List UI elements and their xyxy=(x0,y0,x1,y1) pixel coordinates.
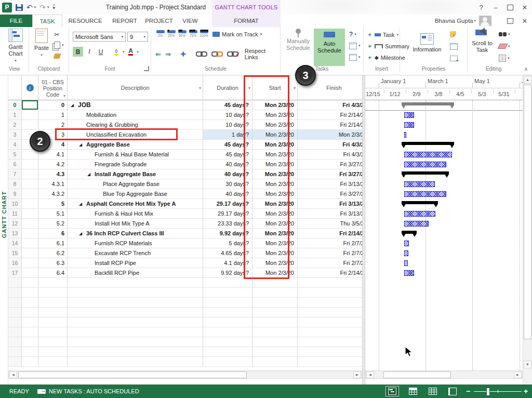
info-cell[interactable] xyxy=(22,248,38,258)
bold-button[interactable]: B xyxy=(73,47,83,57)
finish-cell[interactable] xyxy=(298,337,370,347)
add-to-timeline-button[interactable] xyxy=(450,54,458,62)
description-cell[interactable] xyxy=(68,327,203,337)
gantt-task-bar[interactable] xyxy=(404,112,414,118)
code-cell[interactable]: 6.2 xyxy=(38,248,68,258)
description-cell[interactable]: Backfill RCP Pipe xyxy=(68,268,203,278)
code-cell[interactable] xyxy=(38,288,68,298)
percent-complete-button[interactable]: 0% xyxy=(155,30,165,37)
empty-table-row[interactable] xyxy=(8,347,362,357)
code-cell[interactable]: 6.4 xyxy=(38,268,68,278)
row-number-cell[interactable]: 16 xyxy=(8,258,22,268)
description-cell[interactable]: ◢JOB xyxy=(68,100,203,110)
details-button[interactable] xyxy=(450,42,458,50)
gantt-view-shortcut[interactable] xyxy=(385,386,399,396)
gantt-task-bar[interactable] xyxy=(404,191,446,197)
row-number-cell[interactable]: 6 xyxy=(8,160,22,169)
start-cell[interactable] xyxy=(252,357,298,367)
code-cell[interactable] xyxy=(38,357,68,367)
paste-button[interactable]: Paste▾ xyxy=(32,29,51,58)
info-cell[interactable] xyxy=(22,160,38,169)
expand-collapse-icon[interactable]: ◢ xyxy=(79,142,82,147)
finish-cell[interactable] xyxy=(298,298,370,308)
empty-table-row[interactable] xyxy=(8,308,362,317)
redo-dropdown-icon[interactable]: ▾ xyxy=(47,5,49,9)
percent-complete-button[interactable]: 25% xyxy=(166,30,176,37)
row-number-cell[interactable]: 17 xyxy=(8,268,22,278)
filter-arrow-icon[interactable]: ▾ xyxy=(199,86,201,90)
user-account[interactable]: Bhavna Gupta ▾ xyxy=(435,15,491,27)
gantt-task-bar[interactable] xyxy=(404,181,435,187)
row-number-cell[interactable]: 10 xyxy=(8,199,22,209)
description-cell[interactable] xyxy=(68,308,203,317)
team-planner-view-shortcut[interactable] xyxy=(426,386,440,396)
description-cell[interactable]: Furnish & Haul Base Material xyxy=(68,150,203,160)
gantt-project-summary-bar[interactable] xyxy=(402,102,454,105)
scroll-down-icon[interactable]: ▼ xyxy=(524,361,531,368)
info-cell[interactable] xyxy=(22,219,38,229)
description-cell[interactable]: ◢Install Aggregate Base xyxy=(68,169,203,179)
row-number-cell[interactable] xyxy=(8,337,22,347)
info-cell[interactable] xyxy=(22,288,38,298)
empty-table-row[interactable] xyxy=(8,337,362,347)
percent-complete-button[interactable]: 100% xyxy=(199,30,209,37)
code-cell[interactable] xyxy=(38,317,68,327)
info-cell[interactable] xyxy=(22,258,38,268)
find-button[interactable]: ▾ xyxy=(499,30,510,38)
info-cell[interactable] xyxy=(22,179,38,189)
info-cell[interactable] xyxy=(22,150,38,160)
empty-table-row[interactable] xyxy=(8,317,362,327)
gantt-summary-bar[interactable] xyxy=(402,142,454,145)
table-row[interactable]: 11Mobilization10 days?Mon 2/3/20Fri 2/14… xyxy=(8,110,362,120)
description-cell[interactable]: Place Aggregate Base xyxy=(68,179,203,189)
gantt-summary-bar[interactable] xyxy=(402,171,449,175)
description-cell[interactable] xyxy=(68,288,203,298)
code-cell[interactable]: 0 xyxy=(38,100,68,110)
respect-links-label[interactable]: Respect Links xyxy=(245,48,280,60)
finish-cell[interactable]: Fri 2/14/20 xyxy=(298,120,370,130)
row-number-cell[interactable]: 2 xyxy=(8,120,22,130)
finish-cell[interactable]: Fri 2/7/20 xyxy=(298,258,370,268)
gantt-task-bar[interactable] xyxy=(404,162,446,167)
table-row[interactable]: 176.4Backfill RCP Pipe9.92 days?Mon 2/3/… xyxy=(8,268,362,278)
vertical-scrollbar[interactable]: ▲ ▼ xyxy=(523,75,532,384)
gantt-task-bar[interactable] xyxy=(404,132,406,138)
table-row[interactable]: 136◢36 Inch RCP Culvert Class III9.92 da… xyxy=(8,229,362,238)
table-row[interactable]: 94.3.2Blue Top Aggregate Base40 days?Mon… xyxy=(8,189,362,199)
duration-cell[interactable] xyxy=(203,308,252,317)
indent-icon[interactable]: ⇒ xyxy=(165,50,171,58)
table-row[interactable]: 84.3.1Place Aggregate Base30 days?Mon 2/… xyxy=(8,179,362,189)
table-row[interactable]: 54.1Furnish & Haul Base Material45 days?… xyxy=(8,150,362,160)
description-cell[interactable]: Install Hot Mix Type A xyxy=(68,219,203,229)
window-restore-button[interactable] xyxy=(503,15,517,27)
project-app-icon[interactable]: P xyxy=(2,3,12,12)
gantt-summary-bar[interactable] xyxy=(402,201,438,204)
code-cell[interactable] xyxy=(38,308,68,317)
finish-cell[interactable] xyxy=(298,308,370,317)
insert-task-button[interactable]: ＋Task▾ xyxy=(367,30,398,39)
zoom-slider-handle[interactable] xyxy=(486,388,490,396)
code-cell[interactable]: 1 xyxy=(38,110,68,120)
percent-complete-button[interactable]: 75% xyxy=(188,30,198,37)
info-cell[interactable] xyxy=(22,238,38,248)
description-cell[interactable] xyxy=(68,278,203,288)
finish-cell[interactable]: Fri 4/3/20 xyxy=(298,150,370,160)
description-cell[interactable]: Mobilization xyxy=(68,110,203,120)
link-tasks-icon[interactable] xyxy=(196,51,207,57)
scroll-to-task-button[interactable]: Scroll to Task xyxy=(470,29,495,54)
table-row[interactable]: 125.2Install Hot Mix Type A23.33 days?Mo… xyxy=(8,219,362,229)
tab-file[interactable]: FILE xyxy=(0,15,32,27)
row-number-cell[interactable]: 13 xyxy=(8,229,22,238)
window-close-button[interactable]: ✕ xyxy=(517,15,532,27)
manually-schedule-button[interactable]: Manually Schedule xyxy=(283,29,314,51)
filter-arrow-icon[interactable]: ▾ xyxy=(294,86,296,90)
info-column-header[interactable]: i xyxy=(22,75,38,100)
insert-milestone-button[interactable]: ＋◆Milestone xyxy=(367,53,405,62)
row-number-cell[interactable] xyxy=(8,308,22,317)
close-button[interactable]: ✕ xyxy=(517,0,532,15)
task-usage-view-shortcut[interactable] xyxy=(406,386,420,396)
finish-cell[interactable]: Fri 4/3/20 xyxy=(298,100,370,110)
gantt-task-bar[interactable] xyxy=(404,221,429,227)
description-cell[interactable] xyxy=(68,317,203,327)
start-cell[interactable] xyxy=(252,317,298,327)
